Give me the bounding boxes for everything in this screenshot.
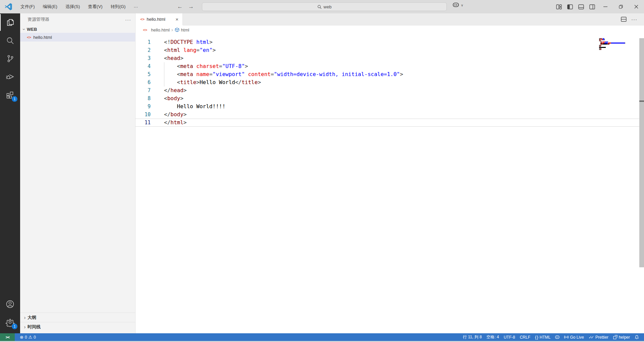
minimap-line [599, 39, 637, 40]
encoding-status[interactable]: UTF-8 [501, 333, 518, 341]
chevron-down-icon: ∨ [461, 3, 463, 7]
code-line-10[interactable]: 10</body> [136, 111, 644, 119]
menu-file[interactable]: 文件(F) [17, 2, 38, 11]
minimap-line [599, 41, 637, 41]
code-line-8[interactable]: 8<body> [136, 94, 644, 102]
restore-button[interactable] [613, 0, 629, 13]
code-text: Hello World!!!! [151, 102, 225, 111]
code-text: <!DOCTYPE html> [151, 38, 213, 46]
breadcrumb-file[interactable]: hello.html [151, 27, 170, 32]
search-icon [317, 5, 322, 9]
code-text: <meta charset="UTF-8"> [151, 62, 248, 70]
forward-icon[interactable]: → [188, 3, 194, 10]
vertical-scrollbar[interactable] [639, 34, 644, 333]
code-text: <html lang="en"> [151, 46, 216, 54]
notifications-status[interactable] [632, 333, 641, 341]
run-debug-icon[interactable] [0, 68, 20, 85]
line-number: 4 [136, 62, 151, 70]
menu-goto[interactable]: 转到(G) [107, 2, 129, 11]
titlebar-right-controls [553, 0, 644, 13]
menubar: 文件(F) 编辑(E) 选择(S) 查看(V) 转到(G) ··· [17, 2, 141, 11]
code-line-1[interactable]: 1<!DOCTYPE html> [136, 38, 644, 46]
folder-label: WEB [27, 27, 37, 32]
overview-ruler-cursor-mark [639, 100, 644, 102]
menu-overflow[interactable]: ··· [130, 3, 141, 11]
menu-view[interactable]: 查看(V) [85, 2, 106, 11]
back-icon[interactable]: ← [177, 3, 183, 10]
helper-status[interactable]: helper [611, 333, 632, 341]
breadcrumb: <> hello.html › html [136, 25, 644, 34]
explorer-actions-icon[interactable]: ··· [125, 17, 131, 22]
code-line-5[interactable]: 5 <meta name="viewport" content="width=d… [136, 70, 644, 78]
code-line-3[interactable]: 3<head> [136, 54, 644, 62]
minimap-line [599, 46, 637, 47]
tab-bar: <> hello.html × ··· [136, 13, 644, 25]
minimize-button[interactable] [598, 0, 613, 13]
code-line-6[interactable]: 6 <title>Hello World</title> [136, 78, 644, 86]
settings-gear-icon[interactable]: 1 [0, 314, 20, 331]
copilot-icon [452, 2, 460, 8]
toggle-secondary-sidebar-icon[interactable] [589, 4, 595, 9]
indent-guide [164, 62, 164, 70]
code-line-7[interactable]: 7</head> [136, 86, 644, 94]
code-line-2[interactable]: 2<html lang="en"> [136, 46, 644, 54]
code-text: <meta name="viewport" content="width=dev… [151, 70, 403, 78]
error-count: 0 [25, 335, 27, 340]
menu-edit[interactable]: 编辑(E) [40, 2, 61, 11]
file-hello-html[interactable]: <> hello.html [20, 33, 135, 42]
minimap-line [599, 47, 637, 48]
outline-section[interactable]: › 大纲 [20, 313, 135, 322]
minimap-line [599, 44, 637, 44]
copilot-status[interactable] [553, 333, 562, 341]
toggle-primary-sidebar-icon[interactable] [567, 4, 573, 9]
editor-group: <> hello.html × ··· <> hello.html › html [136, 13, 644, 333]
folder-web[interactable]: › WEB [20, 25, 135, 33]
tab-hello-html[interactable]: <> hello.html × [136, 13, 183, 25]
status-bar: >< ⊗ 0 ⚠ 0 行 11, 列 8 空格: 4 UTF-8 CRLF { … [0, 333, 644, 341]
line-number: 1 [136, 38, 151, 46]
prettier-status[interactable]: ✓✓ Prettier [586, 333, 611, 341]
line-number: 10 [136, 111, 151, 119]
code-text: </body> [151, 111, 186, 119]
code-line-4[interactable]: 4 <meta charset="UTF-8"> [136, 62, 644, 70]
html-file-icon: <> [143, 28, 147, 32]
timeline-section[interactable]: › 时间线 [20, 322, 135, 331]
line-number: 9 [136, 102, 151, 111]
language-mode-status[interactable]: { } HTML [533, 333, 553, 341]
problems-status[interactable]: ⊗ 0 ⚠ 0 [17, 333, 38, 341]
tab-close-icon[interactable]: × [174, 16, 180, 22]
breadcrumb-separator: › [171, 27, 173, 32]
toggle-panel-icon[interactable] [578, 4, 584, 9]
code-line-11[interactable]: 11</html> [136, 119, 644, 127]
source-control-icon[interactable] [0, 50, 20, 67]
copilot-menu[interactable]: ∨ [452, 2, 463, 8]
code-text: <body> [151, 94, 183, 102]
account-icon[interactable] [0, 296, 20, 313]
minimap-line [599, 45, 637, 46]
indentation-status[interactable]: 空格: 4 [484, 333, 501, 341]
editor-more-actions-icon[interactable]: ··· [631, 16, 637, 22]
code-editor[interactable]: 1<!DOCTYPE html>2<html lang="en">3<head>… [136, 34, 644, 333]
scrollbar-thumb[interactable] [639, 38, 644, 267]
minimap[interactable] [599, 38, 637, 50]
close-button[interactable] [629, 0, 644, 13]
customize-layout-icon[interactable] [556, 4, 562, 9]
symbol-cube-icon [175, 27, 179, 32]
explorer-icon[interactable] [0, 14, 20, 31]
explorer-sidebar: 资源管理器 ··· › WEB <> hello.html › 大纲 › 时间线 [20, 13, 136, 333]
search-view-icon[interactable] [0, 32, 20, 49]
code-line-9[interactable]: 9 Hello World!!!! [136, 102, 644, 111]
eol-status[interactable]: CRLF [518, 333, 533, 341]
split-editor-icon[interactable] [621, 17, 627, 22]
extensions-badge: 1 [12, 96, 17, 102]
minimap-line [599, 49, 637, 50]
breadcrumb-symbol[interactable]: html [181, 27, 190, 32]
cursor-position-status[interactable]: 行 11, 列 8 [461, 333, 484, 341]
go-live-status[interactable]: Go Live [562, 333, 586, 341]
menu-selection[interactable]: 选择(S) [62, 2, 83, 11]
remote-indicator[interactable]: >< [0, 333, 15, 341]
tab-label: hello.html [147, 17, 165, 22]
braces-icon: { } [535, 335, 538, 339]
command-center-search[interactable]: web [202, 2, 447, 11]
extensions-icon[interactable]: 1 [0, 86, 20, 103]
